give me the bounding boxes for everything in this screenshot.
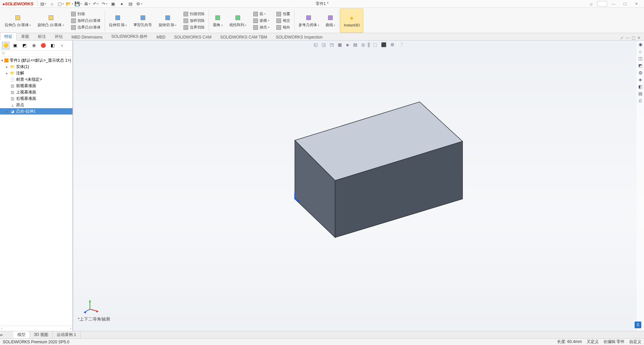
config-manager-tab-icon[interactable]: ◩	[21, 42, 28, 49]
settings-icon[interactable]: ⚙	[136, 1, 142, 7]
hud-zoom-fit-icon[interactable]: ◱	[313, 42, 319, 48]
tab-features[interactable]: 特征	[0, 32, 17, 41]
display-manager-tab-icon[interactable]: 🔴	[40, 42, 47, 49]
hud-hide-show-icon[interactable]: ◎	[360, 42, 366, 48]
boundary-cut-button[interactable]: 边界切除	[182, 24, 206, 30]
tree-horizontal-scrollbar[interactable]: ‹›	[0, 326, 72, 331]
taskpane-cam-icon[interactable]: ▤	[638, 91, 642, 96]
open-icon[interactable]: 📂	[66, 1, 72, 7]
status-custom2[interactable]: 自定义	[629, 339, 641, 345]
tab-inspection[interactable]: SOLIDWORKS Inspection	[271, 33, 327, 41]
tree-item-origin[interactable]: ⟂原点	[0, 102, 72, 108]
hud-view-settings-icon[interactable]: ⚙	[389, 42, 395, 48]
dock-close-icon[interactable]: ✕	[637, 36, 641, 40]
tab-cam-tbm[interactable]: SOLIDWORKS CAM TBM	[216, 33, 271, 41]
fillet-button[interactable]: 圆角	[212, 13, 224, 28]
curves-button[interactable]: 曲线	[324, 13, 336, 28]
search-icon[interactable]: ⌕	[588, 1, 594, 7]
revolve-boss-button[interactable]: 旋转凸 台/基体	[36, 13, 65, 28]
tab-cam[interactable]: SOLIDWORKS CAM	[170, 33, 216, 41]
tree-item-right-plane[interactable]: ◫右视基准面	[0, 95, 72, 102]
intersect-button[interactable]: 相交	[275, 18, 291, 24]
taskpane-view-palette-icon[interactable]: ◩	[638, 63, 642, 68]
feature-tree[interactable]: ▾🟧零件1 (默认<<默认>_显示状态 1>) ▸📁实体(1) ▸📁注解 📄材质…	[0, 57, 72, 326]
hud-help-icon[interactable]: ❔	[397, 42, 405, 48]
tab-mbd[interactable]: MBD	[152, 33, 170, 41]
tab-addins[interactable]: SOLIDWORKS 插件	[107, 32, 152, 41]
dock-expand-icon[interactable]: ⤢	[620, 36, 624, 40]
tab-motion-study[interactable]: 运动算例 1	[53, 331, 80, 338]
hud-display-style-icon[interactable]: ▤	[352, 42, 358, 48]
options-icon[interactable]: ▤	[127, 1, 133, 7]
loft-boss-button[interactable]: 放样凸台/基体	[69, 18, 102, 24]
wrap-button[interactable]: 包覆	[275, 11, 291, 17]
print-icon[interactable]: 🖶	[84, 1, 90, 7]
tab-model[interactable]: 模型	[13, 331, 30, 338]
hud-view-orientation-icon[interactable]: ◈	[345, 42, 350, 48]
extrude-cut-button[interactable]: 拉伸切 除	[108, 13, 128, 28]
orientation-triad[interactable]	[83, 297, 100, 314]
dock-min-icon[interactable]: —	[626, 36, 630, 40]
cam-tree-tab-icon[interactable]: ◧	[49, 42, 56, 49]
search-input[interactable]	[597, 1, 607, 6]
taskpane-design-library-icon[interactable]: ⌂	[639, 49, 642, 54]
home-icon[interactable]: ⌂	[49, 1, 55, 7]
tree-item-solid-bodies[interactable]: ▸📁实体(1)	[0, 64, 72, 70]
tree-item-top-plane[interactable]: ◫上视基准面	[0, 89, 72, 95]
tab-evaluate[interactable]: 评估	[50, 32, 67, 41]
hud-section-view-icon[interactable]: ▦	[337, 42, 343, 48]
graphics-viewport[interactable]: ◱ ◲ ◳ ▦ ◈ ▤ ◎ ⬚ ⬛ ⚙ ❔	[73, 41, 644, 331]
hud-prev-view-icon[interactable]: ◳	[329, 42, 335, 48]
tab-sketch[interactable]: 草图	[17, 32, 34, 41]
taskpane-file-explorer-icon[interactable]: ◫	[638, 56, 642, 61]
hole-wizard-button[interactable]: 草型孔向导	[132, 13, 153, 28]
tree-item-material[interactable]: 📄材质 <未指定>	[0, 76, 72, 83]
tree-item-boss-extrude1[interactable]: ▸◪凸台-拉伸1	[0, 108, 72, 115]
close-icon[interactable]: ✕	[631, 1, 641, 6]
tree-item-annotations[interactable]: ▸📁注解	[0, 70, 72, 76]
revolve-cut-button[interactable]: 旋转切 除	[157, 13, 178, 28]
taskpane-custom-props-icon[interactable]: ◈	[639, 77, 642, 82]
maximize-icon[interactable]: ▢	[620, 1, 630, 6]
loft-cut-button[interactable]: 放样切除	[182, 18, 206, 24]
linear-pattern-button[interactable]: 线性阵列	[228, 13, 248, 28]
feature-manager-tab-icon[interactable]: 🟡	[2, 42, 9, 49]
save-icon[interactable]: 💾	[75, 1, 81, 7]
instant3d-button[interactable]: ✦Instant3D	[342, 14, 361, 28]
taskpane-appearances-icon[interactable]: ◍	[639, 70, 642, 75]
property-manager-tab-icon[interactable]: ▣	[11, 42, 19, 49]
taskpane-forum-icon[interactable]: ◧	[638, 84, 642, 89]
reference-geom-button[interactable]: 参考几何体	[297, 13, 320, 28]
minimize-icon[interactable]: —	[608, 1, 619, 6]
select-icon[interactable]: ▣	[110, 1, 116, 7]
sweep-button[interactable]: 扫描	[69, 11, 102, 17]
dimxpert-tab-icon[interactable]: ⊕	[30, 42, 38, 49]
hud-apply-scene-icon[interactable]: ⬛	[380, 42, 387, 48]
tree-root[interactable]: ▾🟧零件1 (默认<<默认>_显示状态 1>)	[0, 57, 72, 64]
new-icon[interactable]: ▢	[58, 1, 64, 7]
undo-icon[interactable]: ↶	[93, 1, 99, 7]
rib-button[interactable]: 筋	[252, 11, 271, 17]
taskpane-print-icon[interactable]: ⎙	[639, 98, 642, 103]
redo-icon[interactable]: ↷	[101, 1, 107, 7]
boundary-boss-button[interactable]: 边界凸台/基体	[69, 24, 102, 30]
mirror-button[interactable]: 镜向	[275, 24, 291, 30]
rebuild-icon[interactable]: ●	[119, 1, 125, 7]
draft-button[interactable]: 拔模	[252, 18, 271, 24]
file-menu-icon[interactable]: ▤	[40, 1, 46, 7]
shell-button[interactable]: 抽壳	[252, 24, 271, 30]
dock-restore-icon[interactable]: ▢	[632, 36, 635, 40]
sweep-cut-button[interactable]: 扫描切除	[182, 11, 206, 17]
tree-more-icon[interactable]: ›	[58, 42, 66, 49]
tab-mbd-dim[interactable]: MBD Dimensions	[67, 33, 107, 41]
tab-3d-views[interactable]: 3D 视图	[30, 331, 53, 338]
tree-item-front-plane[interactable]: ◫前视基准面	[0, 83, 72, 89]
tab-annotate[interactable]: 标注	[34, 32, 50, 41]
hud-zoom-area-icon[interactable]: ◲	[321, 42, 327, 48]
model-body[interactable]	[250, 98, 468, 244]
tree-filter-icon[interactable]: ▽	[0, 51, 72, 57]
extrude-boss-button[interactable]: 拉伸凸 台/基体	[3, 13, 32, 28]
solidworks-corner-icon[interactable]: S	[635, 322, 641, 328]
taskpane-resources-icon[interactable]: ◉	[639, 42, 642, 47]
bottom-tab-scroll-left[interactable]: ‹‹	[0, 333, 13, 337]
